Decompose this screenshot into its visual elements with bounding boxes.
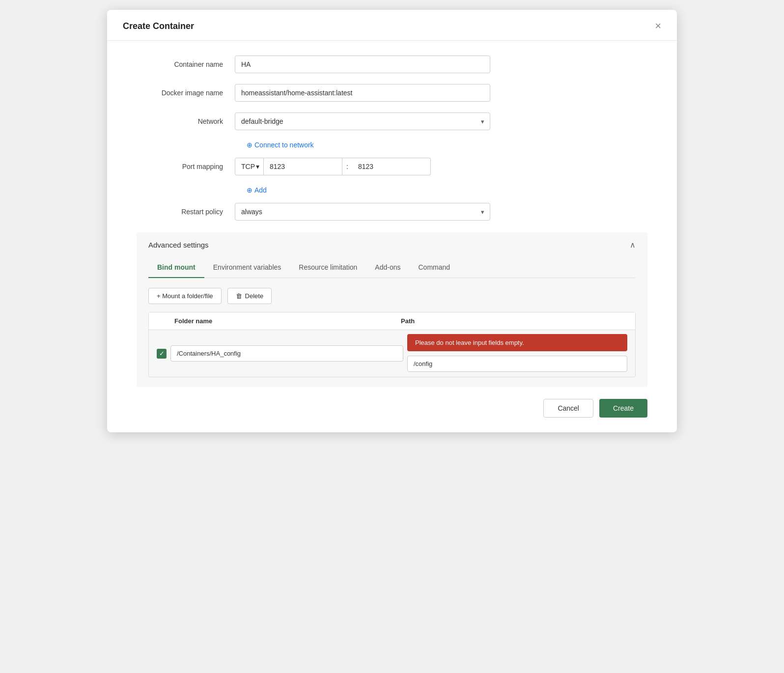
port-host-input[interactable] [264,158,342,175]
connect-network-link[interactable]: ⊕ Connect to network [247,141,314,149]
path-input[interactable] [407,356,627,372]
path-col-header: Path [401,317,627,325]
connect-network-row: ⊕ Connect to network [137,141,647,149]
restart-select-wrapper: always unless-stopped on-failure no ▾ [235,203,490,221]
folder-col-header: Folder name [174,317,401,325]
protocol-label: TCP [241,163,255,170]
add-port-link[interactable]: ⊕ Add [247,186,267,194]
modal-body: Container name Docker image name Network… [107,41,677,387]
port-row: TCP ▾ : [235,158,490,175]
table-row: ✓ Please do not leave input fields empty… [149,330,635,377]
advanced-settings-header[interactable]: Advanced settings ∧ [137,232,647,257]
chevron-up-icon: ∧ [630,240,636,250]
container-name-row: Container name [137,56,647,73]
container-name-label: Container name [137,60,235,68]
network-select-wrapper: default-bridge host none ▾ [235,112,490,130]
docker-image-input[interactable] [235,84,490,102]
create-container-modal: Create Container × Container name Docker… [107,10,677,432]
delete-button[interactable]: 🗑 Delete [227,288,272,304]
check-col-header [157,317,174,325]
port-colon: : [342,158,352,175]
modal-title: Create Container [123,21,194,31]
path-col-wrapper: Please do not leave input fields empty. [407,335,627,372]
tab-resource-limitation[interactable]: Resource limitation [290,257,366,278]
tab-actions: + Mount a folder/file 🗑 Delete [148,288,636,304]
tab-command[interactable]: Command [410,257,459,278]
create-button[interactable]: Create [599,399,647,418]
port-container-input[interactable] [352,158,431,175]
folder-name-input[interactable] [170,345,403,362]
error-banner: Please do not leave input fields empty. [407,334,627,351]
modal-header: Create Container × [107,10,677,41]
mount-folder-button[interactable]: + Mount a folder/file [148,288,222,304]
add-circle-icon: ⊕ [247,186,252,194]
restart-policy-row: Restart policy always unless-stopped on-… [137,203,647,221]
close-button[interactable]: × [655,21,661,31]
row-checkbox[interactable]: ✓ [157,349,167,359]
advanced-settings-label: Advanced settings [148,241,209,249]
bind-table-header: Folder name Path [149,312,635,330]
port-protocol-select[interactable]: TCP ▾ [235,158,264,175]
docker-image-row: Docker image name [137,84,647,102]
bind-mount-table: Folder name Path ✓ Please do not leave i… [148,312,636,377]
cancel-button[interactable]: Cancel [543,399,593,418]
docker-image-label: Docker image name [137,89,235,97]
protocol-arrow: ▾ [256,163,259,170]
tab-add-ons[interactable]: Add-ons [366,257,409,278]
restart-policy-select[interactable]: always unless-stopped on-failure no [235,203,490,221]
container-name-input[interactable] [235,56,490,73]
port-mapping-row: Port mapping TCP ▾ : [137,158,647,175]
network-label: Network [137,117,235,125]
modal-footer: Cancel Create [107,387,677,418]
advanced-settings-body: Bind mount Environment variables Resourc… [137,257,647,387]
network-row: Network default-bridge host none ▾ [137,112,647,130]
tab-env-vars[interactable]: Environment variables [204,257,290,278]
advanced-tabs: Bind mount Environment variables Resourc… [148,257,636,278]
advanced-settings: Advanced settings ∧ Bind mount Environme… [137,232,647,387]
port-mapping-label: Port mapping [137,163,235,170]
network-select[interactable]: default-bridge host none [235,112,490,130]
restart-policy-label: Restart policy [137,208,235,216]
trash-icon: 🗑 [236,292,242,300]
plus-circle-icon: ⊕ [247,141,252,149]
add-port-row: ⊕ Add [137,186,647,194]
tab-bind-mount[interactable]: Bind mount [148,257,204,278]
